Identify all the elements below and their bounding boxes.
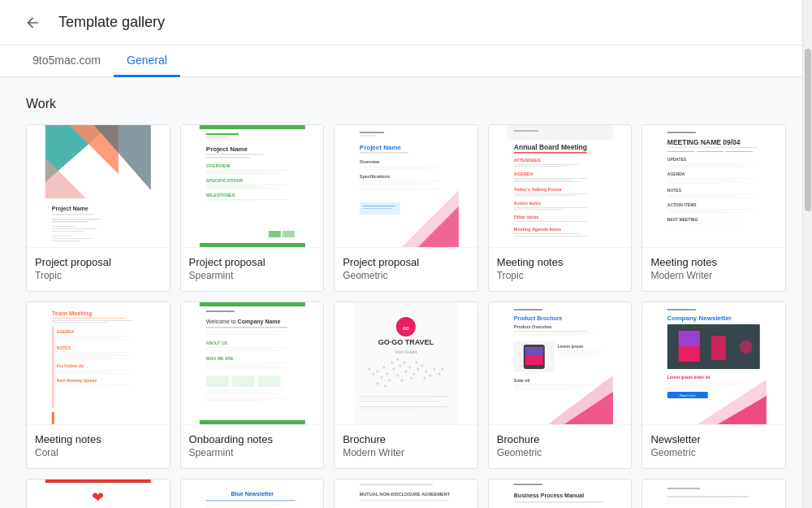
template-card[interactable]: MUTUAL NON-DISCLOSURE AGREEMENT — [334, 479, 478, 508]
svg-text:Solar elt: Solar elt — [514, 378, 530, 383]
template-info: Brochure Modern Writer — [335, 424, 477, 468]
svg-text:Today's Talking Points: Today's Talking Points — [514, 187, 562, 192]
svg-rect-124 — [57, 371, 110, 372]
svg-rect-145 — [205, 366, 274, 367]
template-card[interactable] — [641, 479, 786, 508]
back-button[interactable] — [19, 10, 45, 36]
svg-text:ACTION ITEMS: ACTION ITEMS — [667, 202, 697, 207]
svg-rect-267 — [667, 488, 700, 489]
svg-point-183 — [438, 373, 440, 376]
svg-rect-253 — [360, 502, 441, 503]
svg-rect-37 — [360, 132, 384, 133]
svg-rect-97 — [667, 196, 736, 197]
svg-rect-125 — [57, 373, 122, 374]
template-card[interactable]: Team Meeting AGENDA NOTES — [26, 302, 171, 469]
template-name: Meeting notes — [497, 256, 624, 268]
template-card[interactable]: Project Name Overview Specifications — [334, 124, 478, 292]
svg-rect-108 — [52, 320, 133, 321]
svg-rect-269 — [667, 500, 732, 501]
svg-rect-69 — [514, 193, 587, 194]
svg-rect-80 — [667, 132, 696, 133]
svg-rect-147 — [205, 376, 228, 387]
svg-rect-190 — [360, 396, 449, 397]
template-card[interactable]: ❤ — [26, 479, 171, 508]
svg-rect-24 — [205, 172, 270, 172]
template-thumbnail: MEETING NAME 09/04 UPDATES AGENDA — [642, 125, 785, 247]
svg-rect-259 — [514, 484, 542, 485]
svg-rect-104 — [667, 224, 741, 224]
svg-text:Team Meeting: Team Meeting — [52, 310, 93, 317]
svg-point-161 — [376, 371, 378, 373]
svg-rect-128 — [57, 386, 114, 387]
template-card[interactable]: Annual Board Meeting ATTENDEES AGENDA To… — [488, 124, 633, 292]
svg-rect-100 — [667, 209, 757, 210]
template-card[interactable]: Blue Newsletter — [180, 479, 325, 508]
svg-rect-87 — [667, 163, 757, 164]
svg-point-175 — [380, 376, 382, 379]
template-card[interactable]: Project Name OVERVIEW SPECIFICATIONS MIL… — [180, 124, 325, 292]
svg-rect-213 — [514, 386, 579, 387]
svg-rect-127 — [57, 384, 130, 385]
svg-point-168 — [408, 367, 411, 369]
svg-rect-107 — [52, 318, 125, 319]
svg-point-177 — [400, 380, 403, 382]
svg-rect-70 — [514, 195, 575, 196]
template-thumbnail: Welcome to Company Name ABOUT US WHO WE … — [181, 302, 324, 424]
svg-rect-10 — [52, 228, 97, 229]
svg-rect-131 — [199, 302, 304, 306]
svg-rect-44 — [360, 169, 437, 170]
svg-text:For Follow Up: For Follow Up — [57, 363, 84, 368]
scrollbar-thumb[interactable] — [805, 49, 811, 211]
svg-text:UPDATES: UPDATES — [667, 157, 687, 162]
tab-9to5mac[interactable]: 9to5mac.com — [19, 46, 114, 77]
svg-rect-85 — [726, 151, 753, 152]
scrollbar[interactable] — [802, 0, 812, 508]
template-card[interactable]: Welcome to Company Name ABOUT US WHO WE … — [180, 302, 325, 469]
template-name: Meeting notes — [35, 433, 162, 445]
template-sub: Spearmint — [189, 270, 316, 281]
tab-general[interactable]: General — [114, 46, 180, 77]
svg-rect-32 — [205, 201, 254, 202]
template-grid-row2: Team Meeting AGENDA NOTES — [26, 302, 786, 469]
template-card[interactable]: Product Brochure Product Overview Lorem … — [488, 302, 633, 469]
svg-text:ATTENDEES: ATTENDEES — [514, 158, 541, 163]
template-card[interactable]: Project Name Project proposal Tropic — [26, 124, 171, 292]
svg-rect-94 — [667, 183, 724, 184]
svg-rect-196 — [514, 309, 542, 310]
svg-text:NOTES: NOTES — [57, 345, 71, 350]
template-card[interactable]: GO GO·GO TRAVEL Total Finales — [334, 302, 478, 469]
template-name: Brochure — [343, 433, 469, 445]
svg-point-184 — [391, 362, 393, 364]
svg-rect-6 — [52, 214, 93, 215]
svg-text:Lorem ipsum dolor sit: Lorem ipsum dolor sit — [667, 375, 710, 380]
svg-rect-112 — [57, 336, 130, 336]
svg-rect-120 — [57, 357, 114, 358]
svg-rect-40 — [360, 152, 408, 154]
svg-rect-58 — [514, 130, 538, 132]
page-title: Template gallery — [58, 14, 165, 31]
svg-text:Blue Newsletter: Blue Newsletter — [231, 491, 274, 497]
template-card[interactable]: Company Newsletter Lorem ipsum dolor sit — [641, 302, 786, 469]
svg-rect-252 — [360, 500, 449, 501]
template-card[interactable]: Business Process Manual — [488, 479, 633, 508]
template-name: Project proposal — [343, 256, 469, 268]
template-info: Project proposal Tropic — [27, 247, 170, 291]
svg-rect-262 — [514, 506, 587, 506]
section-title-work: Work — [26, 97, 786, 111]
svg-rect-12 — [52, 236, 72, 237]
svg-rect-140 — [205, 349, 270, 350]
svg-rect-9 — [52, 226, 76, 227]
svg-point-188 — [376, 383, 378, 385]
svg-text:Meeting Agenda Items: Meeting Agenda Items — [514, 227, 561, 232]
svg-rect-7 — [52, 219, 101, 220]
template-card[interactable]: MEETING NAME 09/04 UPDATES AGENDA — [641, 124, 786, 292]
svg-rect-268 — [667, 496, 749, 497]
svg-rect-13 — [52, 238, 93, 239]
svg-rect-135 — [205, 331, 287, 332]
svg-rect-82 — [667, 147, 757, 148]
svg-rect-91 — [667, 178, 757, 179]
svg-rect-210 — [558, 355, 590, 356]
svg-text:MILESTONES: MILESTONES — [205, 193, 235, 198]
svg-rect-155 — [199, 420, 304, 424]
svg-text:Next Meeting Update: Next Meeting Update — [57, 378, 97, 383]
